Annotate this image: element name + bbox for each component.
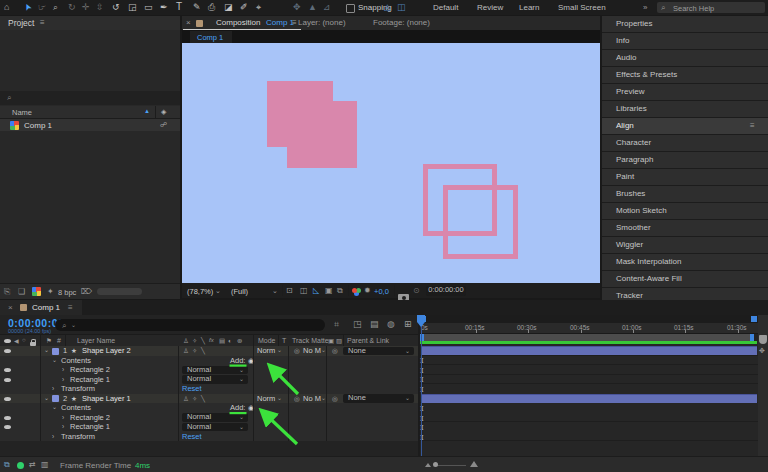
label-column-icon[interactable]: ◈ xyxy=(161,108,166,116)
interpret-footage-icon[interactable]: ⎘ xyxy=(4,287,10,297)
trash-icon[interactable]: ⌦ xyxy=(81,287,92,296)
time-ruler[interactable]: 0s 00:15s 00:30s 00:45s 01:00s 01:15s 01… xyxy=(420,323,758,334)
chevron-right-icon[interactable]: › xyxy=(62,375,64,385)
help-search-input[interactable]: ⌕ Search Help xyxy=(657,2,765,13)
composition-mini-flowchart-icon[interactable]: ⌗ xyxy=(334,319,339,330)
composition-tab-title[interactable]: Composition xyxy=(216,18,260,27)
panel-tab-character[interactable]: Character xyxy=(602,135,768,152)
puppet-pin-tool-icon[interactable]: ⌖ xyxy=(256,2,261,13)
rectangle-tool-icon[interactable]: ▭ xyxy=(144,2,153,12)
name-column-header[interactable]: Name xyxy=(12,108,32,117)
track-area[interactable]: 0s 00:15s 00:30s 00:45s 01:00s 01:15s 01… xyxy=(420,315,758,456)
matte-pickwhip-icon[interactable]: ◎ xyxy=(294,394,300,404)
chevron-right-icon[interactable]: › xyxy=(52,432,54,442)
eye-icon[interactable] xyxy=(4,368,11,372)
sort-ascending-icon[interactable]: ▲ xyxy=(144,108,150,114)
matte-pickwhip-icon[interactable]: ◎ xyxy=(294,346,300,356)
snap-option-2-icon[interactable]: ◫ xyxy=(397,2,406,12)
track-matte-dropdown[interactable]: No M xyxy=(303,394,321,404)
rotation-tool-icon[interactable]: ↺ xyxy=(112,2,120,12)
workspace-tab-small-screen[interactable]: Small Screen xyxy=(558,3,606,12)
comp-button-icon[interactable]: ✥ xyxy=(759,347,765,355)
footer-scrollbar[interactable] xyxy=(97,288,142,295)
view-axis-icon[interactable]: ⊿ xyxy=(323,2,331,12)
quality-switch-icon[interactable]: ╲ xyxy=(201,394,205,404)
property-group-row[interactable]: › Rectangle 2 Normal ⌄ xyxy=(0,413,418,423)
quality-switch-icon[interactable]: ╲ xyxy=(201,346,205,356)
project-search-input[interactable]: ⌕ xyxy=(0,91,180,105)
transform-label[interactable]: Transform xyxy=(61,384,95,394)
chevron-right-icon[interactable]: › xyxy=(52,384,54,394)
parent-link-column-header[interactable]: Parent & Link xyxy=(347,337,389,344)
close-icon[interactable]: × xyxy=(186,18,191,27)
playhead-line[interactable] xyxy=(421,323,423,456)
hand-tool-icon[interactable]: ☞ xyxy=(38,2,46,12)
blend-mode-dropdown[interactable]: Norm xyxy=(257,394,275,404)
navigator-end-handle[interactable] xyxy=(751,316,757,322)
group-label[interactable]: Rectangle 1 xyxy=(70,422,110,432)
timeline-navigator[interactable] xyxy=(420,315,758,323)
reset-exposure-icon[interactable]: ✹ xyxy=(364,286,371,295)
project-item-comp1[interactable]: Comp 1 ☍ xyxy=(0,119,180,131)
panel-tab-paragraph[interactable]: Paragraph xyxy=(602,152,768,169)
layer-duration-bar[interactable] xyxy=(421,394,757,404)
panel-tab-libraries[interactable]: Libraries xyxy=(602,101,768,118)
blend-mode-dropdown[interactable]: Normal ⌄ xyxy=(182,375,248,384)
layer-name-column-header[interactable]: Layer Name xyxy=(77,337,115,344)
chevron-right-icon[interactable]: › xyxy=(62,422,64,432)
workspace-tab-learn[interactable]: Learn xyxy=(519,3,539,12)
color-depth-label[interactable]: 8 bpc xyxy=(58,288,76,297)
mask-path-visibility-icon[interactable]: ◫ xyxy=(300,286,308,295)
panel-menu-icon[interactable]: ≡ xyxy=(750,118,755,134)
blend-mode-dropdown[interactable]: Normal ⌄ xyxy=(182,423,248,432)
work-area-end-handle[interactable] xyxy=(750,334,754,341)
reset-link[interactable]: Reset xyxy=(182,432,202,442)
composition-tab-comp-name[interactable]: Comp 1 xyxy=(266,18,294,27)
local-axis-icon[interactable]: ✥ xyxy=(293,2,301,12)
transform-label[interactable]: Transform xyxy=(61,432,95,442)
group-label[interactable]: Rectangle 2 xyxy=(70,365,110,375)
layer-name[interactable]: Shape Layer 2 xyxy=(82,346,131,356)
project-tab[interactable]: Project xyxy=(8,18,34,28)
add-button[interactable]: Add: xyxy=(230,356,245,366)
resolution-dropdown[interactable]: (Full) xyxy=(231,287,248,296)
track-matte-column-header[interactable]: Track Matte xyxy=(292,337,329,344)
label-color-swatch[interactable] xyxy=(52,395,59,402)
footage-viewer-tab[interactable]: Footage: (none) xyxy=(373,18,430,27)
playhead-triangle[interactable] xyxy=(417,322,425,327)
grid-guide-options-icon[interactable]: ⊡ xyxy=(286,286,293,295)
orbit-camera-tool-icon[interactable]: ↻ xyxy=(68,2,76,12)
camera-tool-icon[interactable]: ◲ xyxy=(128,2,137,12)
chevron-down-icon[interactable]: ⌄ xyxy=(52,403,57,413)
exposure-value[interactable]: +0,0 xyxy=(374,287,389,296)
dolly-camera-tool-icon[interactable]: ⇳ xyxy=(96,2,104,12)
frame-blending-icon[interactable]: ▤ xyxy=(370,319,379,329)
comp-marker-bin-icon[interactable] xyxy=(759,335,767,344)
shape-outline-square-2[interactable] xyxy=(443,185,518,259)
shy-switch-icon[interactable]: ♙ xyxy=(183,346,189,356)
eye-icon[interactable] xyxy=(4,416,11,420)
viewer-timecode[interactable]: 0:00:00:00 xyxy=(426,286,466,296)
close-icon[interactable]: × xyxy=(8,303,13,312)
pan-camera-tool-icon[interactable]: ✛ xyxy=(82,2,90,12)
zoom-out-mountain-icon[interactable] xyxy=(425,463,431,467)
workspace-overflow-icon[interactable]: » xyxy=(643,3,647,12)
shy-switch-icon[interactable]: ♙ xyxy=(183,394,189,404)
timeline-zoom-slider-handle[interactable] xyxy=(433,462,438,467)
panel-tab-effects-presets[interactable]: Effects & Presets xyxy=(602,67,768,84)
collapse-switch-icon[interactable]: ✧ xyxy=(192,346,197,356)
timeline-tab[interactable]: × Comp 1 ≡ xyxy=(0,300,82,315)
eye-icon[interactable] xyxy=(4,378,11,382)
blend-mode-dropdown[interactable]: Norm xyxy=(257,346,275,356)
group-label[interactable]: Rectangle 2 xyxy=(70,413,110,423)
eye-icon[interactable] xyxy=(4,397,11,401)
panel-tab-properties[interactable]: Properties xyxy=(602,16,768,33)
track-matte-dropdown[interactable]: No M xyxy=(303,346,321,356)
chevron-right-icon[interactable]: › xyxy=(62,413,64,423)
panel-tab-info[interactable]: Info xyxy=(602,33,768,50)
contents-label[interactable]: Contents xyxy=(61,403,91,413)
parent-pickwhip-icon[interactable]: ◎ xyxy=(332,346,338,356)
roto-brush-tool-icon[interactable]: ✐ xyxy=(240,2,248,12)
add-button[interactable]: Add: xyxy=(230,403,245,413)
contents-label[interactable]: Contents xyxy=(61,356,91,366)
